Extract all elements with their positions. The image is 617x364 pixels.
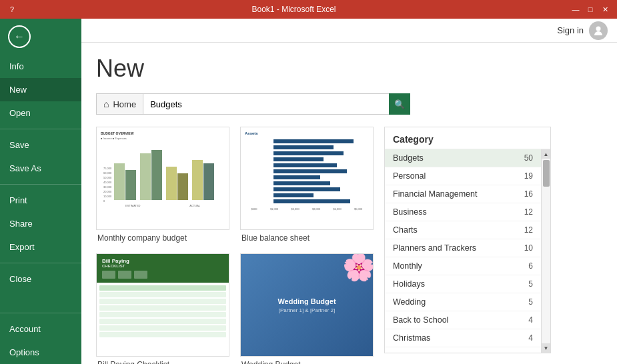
category-label: Education	[393, 351, 430, 353]
scroll-up-arrow[interactable]: ▲	[542, 149, 551, 159]
search-input-wrapper: 🔍	[143, 93, 410, 115]
back-circle-icon: ←	[8, 25, 31, 48]
category-scrollbar[interactable]: ▲ ▼	[541, 149, 550, 353]
sign-in-label: Sign in	[557, 25, 584, 35]
sidebar-nav: Info New Open Save Save As Print Share E…	[0, 55, 81, 291]
sidebar-item-open[interactable]: Open	[0, 101, 81, 125]
sidebar-item-save[interactable]: Save	[0, 133, 81, 157]
content-area: New ⌂ Home 🔍	[81, 43, 617, 364]
template-label-blue-balance: Blue balance sheet	[240, 233, 374, 243]
content-wrapper: Sign in New ⌂ Home	[81, 19, 617, 364]
wedding-subtitle: [Partner 1] & [Partner 2]	[279, 307, 335, 313]
sign-in-area[interactable]: Sign in	[557, 21, 608, 40]
category-count: 4	[528, 351, 533, 353]
category-count: 4	[528, 315, 533, 325]
category-count: 12	[524, 207, 533, 217]
title-bar: ? Book1 - Microsoft Excel — □ ✕	[0, 0, 617, 19]
category-count: 50	[524, 153, 533, 163]
wedding-title: Wedding Budget	[277, 297, 336, 305]
home-label: Home	[113, 99, 136, 109]
category-header: Category	[385, 127, 550, 149]
search-icon: 🔍	[394, 99, 405, 109]
category-count: 5	[528, 297, 533, 307]
category-label: Planners and Trackers	[393, 243, 476, 253]
category-item-planners[interactable]: Planners and Trackers 10	[385, 239, 541, 257]
category-item-christmas[interactable]: Christmas 4	[385, 329, 541, 347]
template-label-bill-paying: Bill Paying Checklist	[96, 360, 229, 364]
category-count: 12	[524, 225, 533, 235]
category-count: 19	[524, 171, 533, 181]
category-panel: Category Budgets 50 Personal 19	[384, 127, 551, 353]
sidebar-item-new[interactable]: New	[0, 78, 81, 101]
header-bar: Sign in	[81, 19, 617, 43]
category-label: Charts	[393, 225, 418, 235]
search-input[interactable]	[143, 93, 410, 115]
search-button[interactable]: 🔍	[389, 93, 410, 115]
template-card-monthly-budget[interactable]: BUDGET OVERVIEW ■ Income ■ Expenses 75,0…	[96, 127, 229, 243]
close-button[interactable]: ✕	[598, 3, 612, 15]
back-button[interactable]: ←	[5, 23, 33, 51]
scroll-track	[542, 188, 550, 343]
category-item-education[interactable]: Education 4	[385, 347, 541, 353]
sidebar: ← Info New Open Save Save As Print Share…	[0, 19, 81, 364]
maximize-button[interactable]: □	[584, 3, 597, 15]
category-label: Financial Management	[393, 189, 477, 199]
template-thumb-wedding: 🌸 Wedding Budget [Partner 1] & [Partner …	[240, 253, 374, 357]
category-label: Business	[393, 207, 427, 217]
sidebar-item-save-as[interactable]: Save As	[0, 157, 81, 180]
category-count: 6	[528, 261, 533, 271]
category-label: Christmas	[393, 333, 430, 343]
window-title: Book1 - Microsoft Excel	[19, 5, 569, 14]
category-label: Holidays	[393, 279, 425, 289]
avatar	[589, 21, 608, 40]
category-label: Back to School	[393, 315, 448, 325]
template-card-bill-paying[interactable]: Bill Paying CHECKLIST	[96, 253, 229, 364]
templates-layout: BUDGET OVERVIEW ■ Income ■ Expenses 75,0…	[96, 127, 602, 364]
sidebar-item-account[interactable]: Account	[0, 317, 81, 341]
template-thumb-bill-paying: Bill Paying CHECKLIST	[96, 253, 229, 357]
scroll-down-arrow[interactable]: ▼	[542, 343, 551, 353]
home-icon: ⌂	[103, 99, 109, 109]
template-thumb-monthly-budget: BUDGET OVERVIEW ■ Income ■ Expenses 75,0…	[96, 127, 229, 230]
sidebar-item-close[interactable]: Close	[0, 267, 81, 291]
page-title: New	[96, 55, 602, 83]
category-item-financial[interactable]: Financial Management 16	[385, 185, 541, 203]
category-list-wrapper: Budgets 50 Personal 19 Financial Managem…	[385, 149, 550, 353]
category-item-wedding[interactable]: Wedding 5	[385, 293, 541, 311]
category-label: Budgets	[393, 153, 424, 163]
scroll-thumb[interactable]	[543, 160, 550, 187]
template-label-wedding: Wedding Budget	[240, 360, 374, 364]
template-thumb-blue-balance: Assets	[240, 127, 374, 230]
category-item-charts[interactable]: Charts 12	[385, 221, 541, 239]
category-item-business[interactable]: Business 12	[385, 203, 541, 221]
sidebar-item-share[interactable]: Share	[0, 212, 81, 235]
category-item-monthly[interactable]: Monthly 6	[385, 257, 541, 275]
sidebar-item-export[interactable]: Export	[0, 235, 81, 259]
search-bar: ⌂ Home 🔍	[96, 93, 602, 115]
category-item-budgets[interactable]: Budgets 50	[385, 149, 541, 167]
sidebar-item-options[interactable]: Options	[0, 341, 81, 364]
category-count: 16	[524, 189, 533, 199]
templates-grid: BUDGET OVERVIEW ■ Income ■ Expenses 75,0…	[96, 127, 374, 364]
category-item-holidays[interactable]: Holidays 5	[385, 275, 541, 293]
minimize-button[interactable]: —	[569, 3, 582, 15]
svg-point-0	[596, 26, 601, 31]
sidebar-item-info[interactable]: Info	[0, 55, 81, 78]
category-count: 4	[528, 333, 533, 343]
category-count: 5	[528, 279, 533, 289]
template-card-wedding[interactable]: 🌸 Wedding Budget [Partner 1] & [Partner …	[240, 253, 374, 364]
sidebar-bottom: Account Options	[0, 309, 81, 364]
category-item-personal[interactable]: Personal 19	[385, 167, 541, 185]
category-label: Personal	[393, 171, 426, 181]
template-label-monthly-budget: Monthly company budget	[96, 233, 229, 243]
wedding-flowers-decoration: 🌸	[342, 253, 374, 283]
home-button[interactable]: ⌂ Home	[96, 93, 143, 115]
category-item-back-school[interactable]: Back to School 4	[385, 311, 541, 329]
template-card-blue-balance[interactable]: Assets	[240, 127, 374, 243]
category-count: 10	[524, 243, 533, 253]
sidebar-item-print[interactable]: Print	[0, 189, 81, 212]
help-button[interactable]: ?	[5, 3, 19, 15]
category-label: Monthly	[393, 261, 422, 271]
category-label: Wedding	[393, 297, 426, 307]
main-layout: ← Info New Open Save Save As Print Share…	[0, 19, 617, 364]
